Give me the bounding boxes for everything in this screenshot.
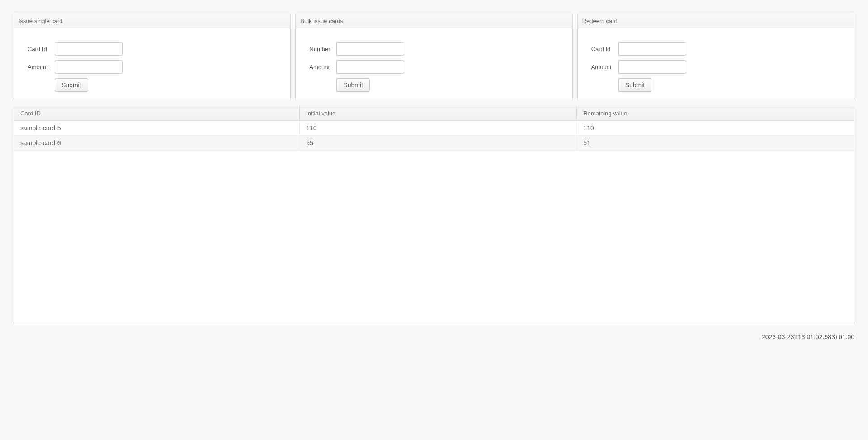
cell-initial-value: 55	[300, 136, 577, 151]
form-row-amount: Amount	[591, 60, 840, 74]
cards-table-container: Card ID Initial value Remaining value sa…	[14, 106, 854, 325]
form-row-amount: Amount	[28, 60, 277, 74]
panel-body: Card Id Amount Submit	[578, 28, 854, 101]
redeem-card-panel: Redeem card Card Id Amount Submit	[577, 14, 854, 101]
form-submit-row: Submit	[28, 78, 277, 92]
redeem-card-id-input[interactable]	[618, 42, 686, 56]
redeem-amount-input[interactable]	[618, 60, 686, 74]
cell-card-id: sample-card-6	[14, 136, 300, 151]
bulk-issue-number-input[interactable]	[336, 42, 404, 56]
cards-table: Card ID Initial value Remaining value sa…	[14, 106, 854, 151]
timestamp: 2023-03-23T13:01:02.983+01:00	[14, 333, 854, 341]
form-row-card-id: Card Id	[591, 42, 840, 56]
issue-single-submit-button[interactable]: Submit	[55, 78, 88, 92]
card-id-label: Card Id	[28, 46, 55, 52]
amount-label: Amount	[309, 64, 336, 71]
cell-remaining-value: 110	[577, 121, 854, 136]
form-row-card-id: Card Id	[28, 42, 277, 56]
spacer	[28, 78, 55, 92]
table-row: sample-card-65551	[14, 136, 854, 151]
panels-row: Issue single card Card Id Amount Submit …	[14, 14, 854, 101]
form-row-amount: Amount	[309, 60, 558, 74]
issue-single-card-panel: Issue single card Card Id Amount Submit	[14, 14, 291, 101]
spacer	[309, 78, 336, 92]
spacer	[591, 78, 618, 92]
form-row-number: Number	[309, 42, 558, 56]
amount-label: Amount	[591, 64, 618, 71]
table-row: sample-card-5110110	[14, 121, 854, 136]
panel-heading: Redeem card	[578, 14, 854, 28]
col-header-remaining-value: Remaining value	[577, 106, 854, 121]
bulk-issue-submit-button[interactable]: Submit	[336, 78, 370, 92]
cell-card-id: sample-card-5	[14, 121, 300, 136]
form-submit-row: Submit	[309, 78, 558, 92]
col-header-card-id: Card ID	[14, 106, 300, 121]
amount-label: Amount	[28, 64, 55, 71]
form-submit-row: Submit	[591, 78, 840, 92]
number-label: Number	[309, 46, 336, 52]
cell-remaining-value: 51	[577, 136, 854, 151]
bulk-issue-cards-panel: Bulk issue cards Number Amount Submit	[295, 14, 572, 101]
issue-single-amount-input[interactable]	[55, 60, 123, 74]
redeem-submit-button[interactable]: Submit	[618, 78, 652, 92]
card-id-label: Card Id	[591, 46, 618, 52]
panel-heading: Issue single card	[14, 14, 290, 28]
panel-body: Card Id Amount Submit	[14, 28, 290, 101]
panel-body: Number Amount Submit	[296, 28, 572, 101]
issue-single-card-id-input[interactable]	[55, 42, 123, 56]
bulk-issue-amount-input[interactable]	[336, 60, 404, 74]
cell-initial-value: 110	[300, 121, 577, 136]
table-header-row: Card ID Initial value Remaining value	[14, 106, 854, 121]
col-header-initial-value: Initial value	[300, 106, 577, 121]
panel-heading: Bulk issue cards	[296, 14, 572, 28]
